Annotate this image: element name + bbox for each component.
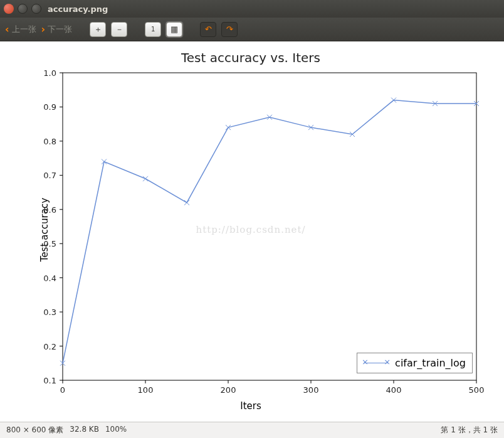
zoom-fit-button[interactable]: ▦: [166, 22, 182, 37]
statusbar: 800 × 600 像素 32.8 KB 100% 第 1 张，共 1 张: [0, 422, 504, 438]
window-title: accuracy.png: [48, 4, 108, 14]
window-minimize-button[interactable]: [18, 4, 28, 14]
rotate-ccw-icon: ↶: [205, 24, 212, 34]
nav-prev-label: 上一张: [12, 24, 36, 35]
chart-title: Test accuracy vs. Iters: [181, 50, 320, 65]
y-tick-label: 0.2: [38, 341, 56, 351]
zoom-in-icon: ＋: [94, 24, 102, 35]
y-tick-label: 0.3: [38, 307, 56, 317]
nav-prev[interactable]: ‹ 上一张: [5, 23, 36, 35]
image-viewport[interactable]: Test accuracy vs. Iters Test accuracy It…: [0, 41, 504, 422]
status-page: 第 1 张，共 1 张: [441, 425, 498, 435]
y-tick-label: 0.5: [38, 239, 56, 248]
legend-label: cifar_train_log: [395, 357, 466, 369]
x-axis-label: Iters: [240, 400, 261, 412]
zoom-in-button[interactable]: ＋: [90, 22, 106, 37]
status-dimensions: 800 × 600 像素: [6, 425, 63, 435]
rotate-cw-button[interactable]: ↷: [221, 22, 238, 37]
legend: cifar_train_log: [357, 353, 473, 373]
legend-line-icon: [364, 363, 389, 363]
x-tick-label: 500: [469, 385, 485, 395]
window-close-button[interactable]: [4, 4, 14, 14]
x-tick-label: 400: [386, 385, 402, 395]
chart: Test accuracy vs. Iters Test accuracy It…: [0, 41, 501, 418]
zoom-out-icon: －: [115, 24, 123, 35]
y-tick-label: 1.0: [38, 68, 56, 78]
window-maximize-button[interactable]: [31, 4, 41, 14]
zoom-out-button[interactable]: －: [111, 22, 127, 37]
nav-next-label: 下一张: [48, 24, 72, 35]
y-tick-label: 0.7: [38, 171, 56, 180]
y-tick-label: 0.9: [38, 102, 56, 112]
one-to-one-icon: 1: [151, 26, 155, 33]
x-tick-label: 200: [221, 385, 236, 395]
window-titlebar: accuracy.png: [0, 0, 504, 18]
svg-rect-0: [63, 73, 476, 380]
y-tick-label: 0.6: [38, 205, 56, 214]
rotate-ccw-button[interactable]: ↶: [200, 22, 216, 37]
x-tick-label: 100: [138, 385, 154, 395]
x-tick-label: 300: [303, 385, 319, 395]
rotate-cw-icon: ↷: [226, 24, 233, 34]
toolbar: ‹ 上一张 › 下一张 ＋ － 1 ▦ ↶ ↷: [0, 18, 504, 41]
chevron-left-icon: ‹: [5, 23, 9, 35]
nav-next[interactable]: › 下一张: [41, 23, 73, 35]
x-tick-label: 0: [60, 385, 65, 395]
status-filesize: 32.8 KB: [70, 425, 99, 435]
y-tick-label: 0.1: [38, 376, 56, 385]
status-zoom: 100%: [105, 425, 127, 435]
fit-icon: ▦: [171, 24, 178, 34]
y-tick-label: 0.8: [38, 136, 56, 146]
chevron-right-icon: ›: [41, 23, 46, 35]
zoom-actual-button[interactable]: 1: [145, 22, 161, 37]
y-tick-label: 0.4: [38, 273, 56, 282]
